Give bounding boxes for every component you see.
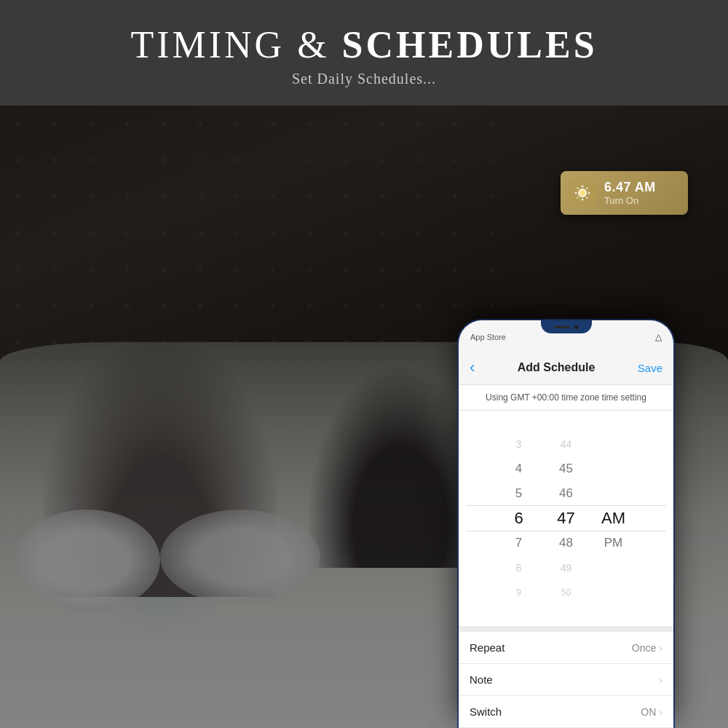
period-empty-1 (590, 432, 637, 456)
svg-point-9 (588, 192, 590, 194)
sun-icon (572, 183, 593, 203)
repeat-chevron: › (659, 642, 662, 654)
badge-action: Turn On (604, 195, 656, 206)
badge-text-container: 6.47 AM Turn On (604, 180, 656, 206)
note-chevron: › (659, 674, 662, 686)
repeat-value-text: Once (632, 642, 656, 654)
period-column[interactable]: AM PM (590, 432, 637, 605)
period-empty-4 (590, 555, 637, 580)
switch-label: Switch (470, 705, 502, 718)
period-am: AM (590, 506, 637, 531)
hours-column[interactable]: 3 4 5 6 7 8 9 (495, 432, 542, 605)
hour-7: 7 (495, 531, 542, 555)
min-50: 50 (542, 580, 590, 605)
badge-icon-container (568, 178, 597, 207)
app-store-label: App Store (470, 333, 506, 341)
note-label: Note (470, 673, 493, 686)
note-row[interactable]: Note › (459, 664, 673, 696)
save-button[interactable]: Save (638, 362, 662, 374)
hour-8: 8 (495, 555, 542, 580)
period-empty-5 (590, 580, 637, 605)
picker-columns: 3 4 5 6 7 8 9 44 45 46 47 48 (459, 432, 673, 605)
phone-status-bar: App Store △ (459, 320, 673, 351)
time-picker[interactable]: 3 4 5 6 7 8 9 44 45 46 47 48 (459, 411, 673, 626)
minutes-column[interactable]: 44 45 46 47 48 49 50 (542, 432, 590, 605)
period-empty-3 (590, 481, 637, 506)
title-bold: SCHEDULES (342, 24, 598, 66)
min-48: 48 (542, 531, 590, 555)
min-49: 49 (542, 555, 590, 580)
phone-mockup: App Store △ ‹ Add Schedule Save Using GM… (459, 320, 673, 728)
period-empty-2 (590, 456, 637, 481)
switch-row[interactable]: Switch ON › (459, 696, 673, 728)
switch-value-text: ON (641, 706, 656, 718)
title-normal: TIMING & (130, 24, 341, 66)
period-pm: PM (590, 531, 637, 555)
repeat-label: Repeat (470, 641, 505, 654)
svg-point-7 (582, 199, 584, 201)
svg-point-10 (577, 187, 578, 189)
timezone-notice: Using GMT +00:00 time zone time setting (459, 385, 673, 411)
svg-point-6 (582, 186, 584, 188)
hour-6: 6 (495, 506, 542, 531)
min-45: 45 (542, 456, 590, 481)
badge-time: 6.47 AM (604, 180, 656, 195)
main-area: 6.47 AM Turn On App Store △ ‹ Add Schedu… (0, 106, 728, 728)
hour-4: 4 (495, 456, 542, 481)
repeat-value: Once › (632, 642, 662, 654)
speaker-bar (554, 326, 570, 328)
repeat-row[interactable]: Repeat Once › (459, 632, 673, 664)
switch-value: ON › (641, 706, 662, 718)
hour-3: 3 (495, 432, 542, 456)
phone-notch (541, 320, 592, 333)
page-title: TIMING & SCHEDULES (130, 23, 597, 66)
min-46: 46 (542, 481, 590, 506)
svg-point-11 (586, 197, 587, 198)
page-subtitle: Set Daily Schedules... (292, 71, 436, 87)
svg-point-13 (577, 197, 578, 198)
camera-dot (574, 325, 579, 330)
wifi-icon: △ (655, 332, 662, 343)
back-button[interactable]: ‹ (470, 358, 475, 377)
nav-bar: ‹ Add Schedule Save (459, 351, 673, 385)
min-47: 47 (542, 506, 590, 531)
min-44: 44 (542, 432, 590, 456)
note-value: › (659, 674, 662, 686)
svg-point-8 (575, 192, 577, 194)
app-rows: Repeat Once › Note › Switch ON (459, 626, 673, 728)
schedule-badge: 6.47 AM Turn On (561, 171, 688, 215)
app-content: ‹ Add Schedule Save Using GMT +00:00 tim… (459, 351, 673, 728)
nav-title: Add Schedule (518, 361, 596, 374)
header: TIMING & SCHEDULES Set Daily Schedules..… (0, 0, 728, 106)
hour-9: 9 (495, 580, 542, 605)
hour-5: 5 (495, 481, 542, 506)
svg-point-12 (586, 187, 587, 189)
svg-point-5 (579, 190, 585, 196)
switch-chevron: › (659, 706, 662, 718)
